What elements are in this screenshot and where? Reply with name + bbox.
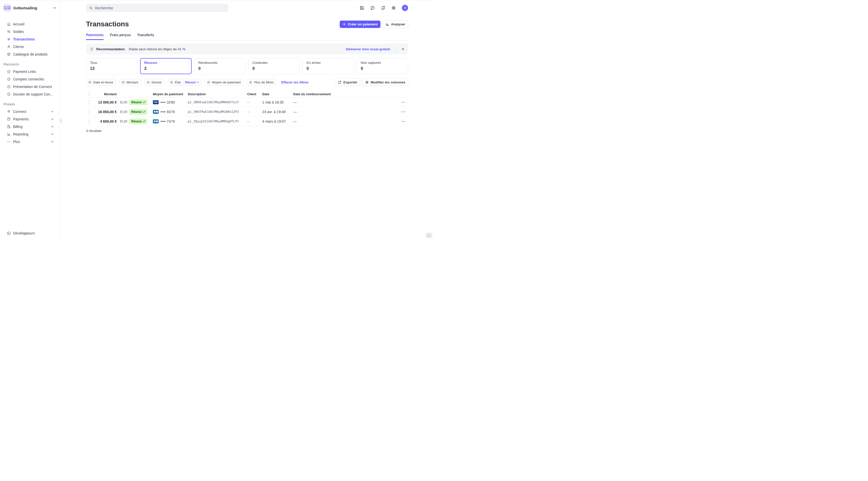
sidebar-item-presentation-connect[interactable]: Présentation de Connect <box>0 83 60 91</box>
column-header-remboursement: Date du remboursement <box>293 92 398 96</box>
filter-pill-etat[interactable]: État Réussi <box>168 79 202 86</box>
column-header-moyen: Moyen de paiement <box>153 92 188 96</box>
payment-method-cell: VISA •••• 3290 <box>153 100 188 104</box>
sidebar-item-payment-links[interactable]: Payment Links <box>0 68 60 75</box>
filter-pill-montant[interactable]: Montant <box>119 79 141 86</box>
banner-badge: Recommandation <box>96 47 125 51</box>
filter-card-value: 0 <box>198 66 242 71</box>
filter-pill-devise[interactable]: Devise <box>144 79 164 86</box>
filter-pill-date[interactable]: Date et heure <box>86 79 116 86</box>
sidebar-item-payments[interactable]: Payments <box>0 115 60 123</box>
settings-button[interactable] <box>391 5 396 10</box>
sidebar-item-label: Présentation de Connect <box>13 85 52 89</box>
sidebar-item-accueil[interactable]: Accueil <box>0 20 60 28</box>
clear-filters-link[interactable]: Effacer les filtres <box>281 81 309 84</box>
row-checkbox[interactable] <box>89 109 90 114</box>
select-all-checkbox[interactable] <box>89 92 90 96</box>
create-payment-button[interactable]: Créer un paiement <box>340 21 380 28</box>
sidebar-resize-handle[interactable] <box>61 119 61 123</box>
sidebar-item-soldes[interactable]: Soldes <box>0 28 60 35</box>
sidebar-item-catalogue[interactable]: Catalogue de produits <box>0 51 60 58</box>
sidebar-item-plus[interactable]: Plus <box>0 138 60 146</box>
table-row[interactable]: 13 000,00 € EUR Réussi VISA •••• 3290 pi… <box>86 97 408 107</box>
row-actions-button[interactable] <box>398 102 408 103</box>
sidebar-item-dossier-support[interactable]: Dossier de support Con... <box>0 91 60 98</box>
status-label: Réussi <box>131 100 142 104</box>
sidebar-item-connect[interactable]: Connect <box>0 108 60 115</box>
cartes-bancaires-icon <box>153 119 159 123</box>
tab-paiements[interactable]: Paiements <box>86 33 103 40</box>
filter-pill-label: Montant <box>126 81 138 84</box>
search-bar[interactable] <box>86 4 228 12</box>
card-last4: •••• 3290 <box>160 100 175 104</box>
filter-card-contestes[interactable]: Contestés 0 <box>248 58 300 74</box>
description-cell: pi_3RH7PwE1UblM0ydM18Kk1ZP2 <box>188 110 247 114</box>
column-header-description: Description <box>188 92 247 96</box>
filter-pill-label: Date et heure <box>93 81 113 84</box>
filter-card-value: 0 <box>307 66 350 71</box>
create-new-button[interactable] <box>402 5 408 11</box>
filter-pill-label: État <box>175 81 181 84</box>
banner-divider <box>396 46 396 52</box>
plus-circle-icon <box>207 81 211 84</box>
filter-pill-plus[interactable]: Plus de filtres <box>247 79 276 86</box>
bell-icon <box>381 5 385 10</box>
sidebar-item-label: Reporting <box>13 132 28 136</box>
export-icon <box>338 81 341 84</box>
sidebar-item-transactions[interactable]: Transactions <box>0 35 60 43</box>
help-button[interactable]: ? <box>370 5 375 10</box>
clock-icon <box>7 70 11 74</box>
svg-text:?: ? <box>372 6 373 9</box>
chevron-down-icon <box>51 118 54 120</box>
sidebar-item-billing[interactable]: Billing <box>0 123 60 130</box>
row-actions-button[interactable] <box>398 121 408 122</box>
start-trial-link[interactable]: Démarrer mon essai gratuit <box>346 47 390 51</box>
edit-columns-button[interactable]: Modifier les colonnes <box>362 79 408 86</box>
balances-icon <box>7 30 11 34</box>
sidebar-item-clients[interactable]: Clients <box>0 43 60 51</box>
sidebar-item-reporting[interactable]: Reporting <box>0 130 60 138</box>
client-cell: -- <box>247 110 262 114</box>
notifications-button[interactable] <box>381 5 385 10</box>
sidebar-item-comptes-connectes[interactable]: Comptes connectés <box>0 75 60 83</box>
keyboard-shortcuts-button[interactable] <box>426 233 432 238</box>
refund-date-cell: — <box>293 100 398 104</box>
filter-card-value: 13 <box>90 66 133 71</box>
products-section-title: Produits <box>0 102 60 106</box>
filter-card-non-captures[interactable]: Non capturés 0 <box>357 58 408 74</box>
chevron-down-icon <box>51 141 54 142</box>
table-row[interactable]: 4 600,00 € EUR Réussi •••• 7476 pi_3Qyzp… <box>86 117 408 126</box>
transactions-table: Montant Moyen de paiement Description Cl… <box>86 91 408 133</box>
filter-card-reussis[interactable]: Réussis 3 <box>140 58 191 74</box>
sidebar-item-label: Billing <box>13 125 22 129</box>
search-input[interactable] <box>95 6 225 10</box>
banner-close-button[interactable] <box>401 47 405 51</box>
ellipsis-icon <box>401 102 405 103</box>
row-checkbox[interactable] <box>89 100 90 104</box>
page-title: Transactions <box>86 20 129 28</box>
filter-card-rembourses[interactable]: Remboursés 0 <box>194 58 246 74</box>
filter-pill-moyen[interactable]: Moyen de paiement <box>205 79 243 86</box>
analyze-button[interactable]: Analyser <box>383 21 408 28</box>
main-area: ? Transactions Créer un p <box>60 0 434 241</box>
client-cell: -- <box>247 119 262 123</box>
filter-card-en-echec[interactable]: En échec 0 <box>303 58 354 74</box>
row-checkbox[interactable] <box>89 119 90 124</box>
filter-pill-value-label: Réussi <box>185 81 196 84</box>
tab-frais-percus[interactable]: Frais perçus <box>110 33 131 40</box>
close-icon <box>401 47 405 51</box>
sidebar-item-label: Payment Links <box>13 70 36 74</box>
row-actions-button[interactable] <box>398 111 408 112</box>
filter-card-tous[interactable]: Tous 13 <box>86 58 137 74</box>
export-label: Exporter <box>343 81 357 84</box>
account-switcher[interactable]: GO FAST SAILING Gofastsailing <box>0 3 60 13</box>
tab-transferts[interactable]: Transferts <box>137 33 154 40</box>
table-row[interactable]: 18 850,00 € EUR Réussi •••• 9378 pi_3RH7… <box>86 107 408 117</box>
filter-card-label: En échec <box>307 61 350 65</box>
export-button[interactable]: Exporter <box>335 79 360 86</box>
apps-grid-button[interactable] <box>360 5 364 10</box>
amount-cell: 13 000,00 € <box>96 100 117 104</box>
sidebar-item-developpeurs[interactable]: Développeurs <box>0 229 60 237</box>
clock-icon <box>7 77 11 81</box>
filter-pill-value: Réussi <box>185 81 199 84</box>
